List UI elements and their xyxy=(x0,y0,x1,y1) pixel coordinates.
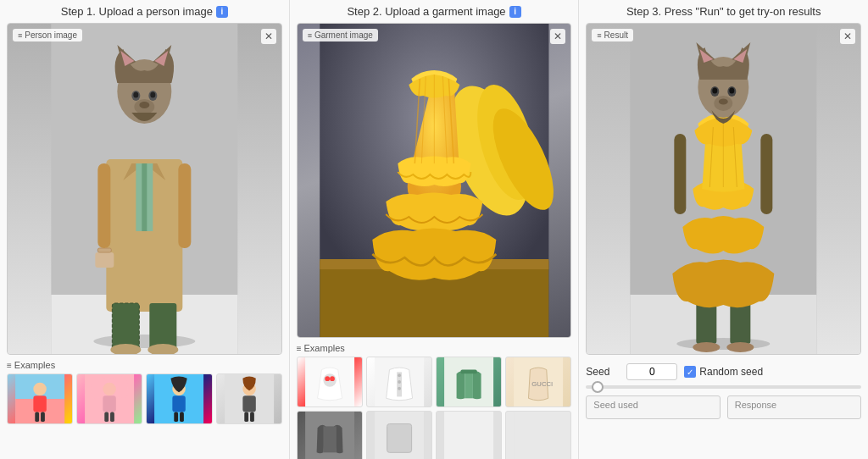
svg-point-68 xyxy=(398,373,401,377)
result-image xyxy=(587,24,860,354)
svg-rect-31 xyxy=(33,395,46,412)
svg-rect-33 xyxy=(41,412,45,422)
svg-rect-43 xyxy=(175,412,179,422)
svg-rect-80 xyxy=(444,412,493,459)
svg-point-65 xyxy=(330,376,335,381)
seed-controls: Seed ✓ Random seed Seed used Response xyxy=(586,360,861,423)
garment-example-6[interactable] xyxy=(366,411,432,459)
svg-point-2 xyxy=(93,335,195,348)
svg-rect-25 xyxy=(97,248,111,252)
svg-text:GUCCI: GUCCI xyxy=(532,380,554,388)
garment-info-badge[interactable]: i xyxy=(509,6,521,18)
svg-point-21 xyxy=(150,92,155,98)
person-image-label: ≡ Person image xyxy=(13,29,82,41)
person-image xyxy=(8,24,281,354)
main-layout: Step 1. Upload a person image i ≡ Person… xyxy=(0,0,868,459)
svg-rect-49 xyxy=(250,412,254,422)
svg-point-63 xyxy=(323,373,336,386)
svg-point-20 xyxy=(133,92,138,98)
svg-rect-72 xyxy=(465,372,473,398)
svg-rect-27 xyxy=(178,163,191,248)
svg-point-30 xyxy=(33,383,46,395)
person-examples-row xyxy=(7,373,282,424)
svg-point-69 xyxy=(398,380,401,384)
svg-point-101 xyxy=(719,99,728,105)
garment-example-5[interactable] xyxy=(297,411,363,459)
garment-example-3[interactable] xyxy=(436,357,502,407)
seed-label: Seed xyxy=(586,366,620,378)
person-example-2[interactable] xyxy=(76,373,142,424)
result-title-text: Step 3. Press "Run" to get try-on result… xyxy=(626,5,821,18)
svg-point-84 xyxy=(677,338,771,350)
garment-column-title: Step 2. Upload a garment image i xyxy=(347,5,520,18)
result-image-box: ≡ Result ✕ xyxy=(586,23,861,355)
seed-slider-container xyxy=(586,385,861,389)
svg-rect-37 xyxy=(103,395,116,412)
svg-rect-90 xyxy=(761,134,773,214)
garment-example-2[interactable] xyxy=(366,357,432,407)
person-example-3[interactable] xyxy=(146,373,212,424)
svg-point-87 xyxy=(693,342,721,352)
svg-rect-73 xyxy=(460,370,476,374)
person-title-text: Step 1. Upload a person image xyxy=(61,5,213,18)
person-info-badge[interactable]: i xyxy=(216,6,228,18)
seed-slider[interactable] xyxy=(586,385,861,389)
seed-used-box: Seed used xyxy=(586,395,720,419)
garment-examples-row-2 xyxy=(297,411,572,459)
svg-point-88 xyxy=(727,342,754,352)
response-box: Response xyxy=(727,395,861,419)
garment-example-7[interactable] xyxy=(436,411,502,459)
svg-rect-81 xyxy=(514,412,563,459)
garment-image xyxy=(298,24,571,337)
svg-rect-8 xyxy=(112,303,139,350)
random-seed-label: ✓ Random seed xyxy=(684,366,763,378)
svg-rect-44 xyxy=(180,412,184,422)
svg-rect-7 xyxy=(142,163,147,231)
svg-point-70 xyxy=(398,387,401,390)
svg-rect-38 xyxy=(104,412,108,422)
seed-used-row: Seed used Response xyxy=(586,395,861,419)
person-column-title: Step 1. Upload a person image i xyxy=(61,5,228,18)
person-example-4[interactable] xyxy=(216,373,282,424)
svg-rect-48 xyxy=(244,412,248,422)
garment-column: Step 2. Upload a garment image i ≡ Garme… xyxy=(290,0,580,459)
svg-rect-9 xyxy=(149,303,176,350)
garment-examples-label: ≡ Examples xyxy=(297,343,345,353)
svg-point-99 xyxy=(730,88,735,94)
garment-image-close[interactable]: ✕ xyxy=(550,29,565,44)
svg-rect-47 xyxy=(242,395,255,412)
svg-rect-26 xyxy=(97,163,110,248)
person-image-box: ≡ Person image ✕ xyxy=(7,23,282,355)
seed-row: Seed ✓ Random seed xyxy=(586,363,861,380)
result-column: Step 3. Press "Run" to get try-on result… xyxy=(579,0,868,459)
garment-image-label: ≡ Garment image xyxy=(303,29,378,41)
svg-rect-89 xyxy=(675,134,687,214)
seed-input[interactable] xyxy=(626,363,677,380)
svg-point-98 xyxy=(713,88,718,94)
garment-examples-row-1: GUCCI xyxy=(297,357,572,407)
result-image-label: ≡ Result xyxy=(592,29,633,41)
svg-point-64 xyxy=(325,376,330,381)
result-column-title: Step 3. Press "Run" to get try-on result… xyxy=(626,5,821,18)
svg-rect-77 xyxy=(323,426,336,452)
garment-example-8[interactable] xyxy=(505,411,571,459)
person-image-close[interactable]: ✕ xyxy=(261,29,276,44)
garment-title-text: Step 2. Upload a garment image xyxy=(347,5,505,18)
random-seed-checkbox[interactable]: ✓ xyxy=(684,366,696,378)
garment-image-box: ≡ Garment image ✕ xyxy=(297,23,572,338)
svg-rect-79 xyxy=(387,424,411,453)
person-examples-label: ≡ Examples xyxy=(7,360,55,370)
result-image-close[interactable]: ✕ xyxy=(840,29,855,44)
garment-example-4[interactable]: GUCCI xyxy=(505,357,571,407)
svg-rect-39 xyxy=(110,412,114,422)
garment-example-1[interactable] xyxy=(297,357,363,407)
person-example-1[interactable] xyxy=(7,373,73,424)
svg-rect-42 xyxy=(173,395,186,412)
svg-rect-24 xyxy=(95,252,114,268)
person-column: Step 1. Upload a person image i ≡ Person… xyxy=(0,0,290,459)
seed-slider-thumb xyxy=(592,381,604,393)
svg-rect-32 xyxy=(35,412,39,422)
svg-point-23 xyxy=(139,102,149,108)
